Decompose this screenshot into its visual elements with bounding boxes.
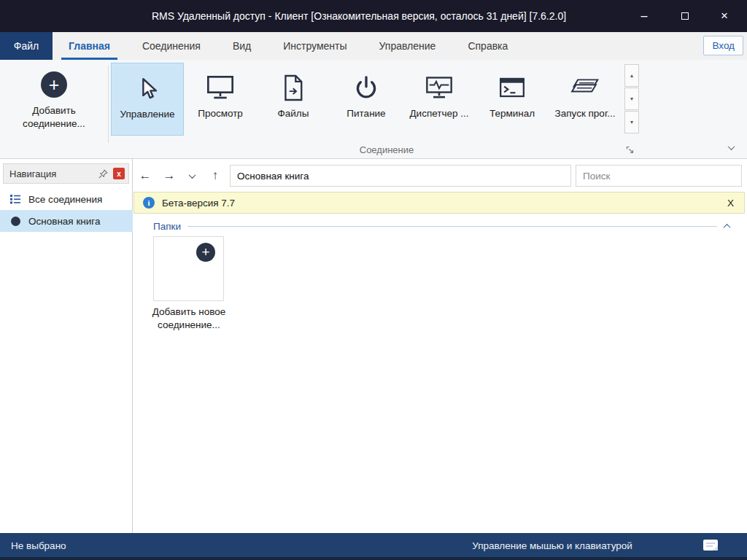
task-monitor-icon: [425, 69, 454, 106]
address-field[interactable]: [230, 165, 571, 187]
info-icon: i: [143, 197, 155, 209]
plus-circle-icon: +: [196, 243, 215, 262]
navigation-panel: Навигация x: [0, 159, 133, 533]
connection-group-buttons: Управление Просмотр Файлы: [111, 63, 622, 136]
maximize-icon: [681, 12, 689, 20]
chevron-down-icon: [188, 171, 196, 179]
sidebar-item-main-book[interactable]: Основная книга: [0, 210, 133, 232]
statusbar: Не выбрано Управление мышью и клавиатуро…: [0, 533, 747, 560]
navigation-close-button[interactable]: x: [113, 168, 125, 179]
ribbon-button-task-manager[interactable]: Диспетчер ...: [403, 63, 476, 136]
notification-bar: i Бета-версия 7.7 X: [133, 192, 745, 214]
minimize-icon: –: [641, 9, 648, 23]
sidebar-item-label: Основная книга: [28, 216, 100, 227]
section-divider: [187, 226, 717, 227]
pin-icon[interactable]: [98, 169, 108, 179]
dialog-launcher-icon[interactable]: [626, 144, 635, 152]
up-button[interactable]: ↑: [206, 165, 225, 187]
add-new-connection-tile-label: Добавить новое соединение...: [141, 306, 237, 331]
notification-message: Бета-версия 7.7: [162, 198, 235, 209]
main-area: Навигация x: [0, 159, 747, 533]
close-icon: ×: [721, 9, 728, 23]
connections-list-icon: [9, 193, 21, 205]
address-book-icon: [9, 217, 21, 226]
ribbon-button-files[interactable]: Файлы: [257, 63, 330, 136]
ribbon-expand-button[interactable]: ▾: [624, 111, 639, 133]
feedback-note-icon[interactable]: [703, 539, 719, 555]
monitor-icon: [206, 69, 235, 106]
selection-status: Не выбрано: [11, 533, 66, 559]
chevron-down-icon: [727, 143, 735, 150]
back-button[interactable]: ←: [136, 165, 155, 187]
cursor-icon: [135, 70, 160, 106]
ribbon-button-label: Питание: [347, 108, 385, 119]
chevron-up-icon: [724, 223, 731, 230]
tab-glavnaya[interactable]: Главная: [53, 32, 126, 60]
ribbon-button-label: Диспетчер ...: [409, 108, 468, 119]
content-area: ← → ↑ i Бета-версия 7.7 X Папки + Добави…: [133, 159, 747, 533]
ribbon-group-label: Соединение: [146, 144, 627, 155]
ribbon-button-run-program[interactable]: Запуск прог...: [549, 63, 622, 136]
window-bottom-edge: [0, 557, 747, 560]
minimize-button[interactable]: –: [627, 0, 661, 32]
ribbon-scroll-up-button[interactable]: ▴: [624, 64, 639, 87]
tab-soedineniya[interactable]: Соединения: [126, 32, 217, 60]
ribbon-button-control[interactable]: Управление: [111, 63, 184, 136]
close-button[interactable]: ×: [708, 0, 741, 32]
navigation-panel-title: Навигация: [9, 168, 98, 179]
search-input[interactable]: [576, 165, 742, 187]
ribbon-button-label: Управление: [120, 109, 174, 120]
navigation-panel-header: Навигация x: [3, 163, 129, 184]
ribbon-collapse-button[interactable]: [725, 141, 737, 153]
ribbon-tab-row: Файл Главная Соединения Вид Инструменты …: [0, 32, 747, 60]
maximize-button[interactable]: [668, 0, 702, 32]
file-menu-button[interactable]: Файл: [0, 32, 53, 60]
ribbon-separator: [108, 66, 109, 143]
ribbon-tabs: Главная Соединения Вид Инструменты Управ…: [53, 32, 524, 60]
ribbon-scroll-column: ▴ ▾ ▾: [624, 64, 639, 134]
tab-instrumenty[interactable]: Инструменты: [267, 32, 363, 60]
history-dropdown-button[interactable]: [182, 165, 201, 187]
tab-vid[interactable]: Вид: [217, 32, 267, 60]
folders-section-header: Папки: [153, 220, 729, 232]
ribbon-scroll-down-button[interactable]: ▾: [624, 88, 639, 110]
ribbon: + Добавить соединение... Управление Прос…: [0, 60, 747, 159]
run-program-icon: [570, 69, 600, 106]
window-title: RMS Удаленный доступ - Клиент [Ознакомит…: [88, 0, 630, 32]
sidebar-item-all-connections[interactable]: Все соединения: [0, 188, 133, 210]
sidebar-item-label: Все соединения: [28, 194, 102, 205]
ribbon-button-label: Файлы: [278, 108, 309, 119]
notification-close-button[interactable]: X: [727, 198, 734, 209]
add-connection-label: Добавить соединение...: [13, 104, 95, 130]
ribbon-button-terminal[interactable]: Терминал: [476, 63, 549, 136]
navigation-items: Все соединения Основная книга: [0, 188, 133, 232]
folders-section-title: Папки: [153, 221, 181, 232]
add-connection-button[interactable]: + Добавить соединение...: [6, 63, 102, 144]
login-button[interactable]: Вход: [703, 36, 743, 55]
power-icon: [353, 69, 379, 106]
file-icon: [282, 69, 305, 106]
section-collapse-button[interactable]: [724, 224, 729, 229]
ribbon-button-power[interactable]: Питание: [330, 63, 403, 136]
tab-spravka[interactable]: Справка: [452, 32, 524, 60]
plus-circle-icon: +: [41, 71, 67, 98]
control-mode-status: Управление мышью и клавиатурой: [438, 533, 667, 559]
terminal-icon: [498, 69, 526, 106]
ribbon-button-label: Запуск прог...: [555, 108, 616, 119]
forward-button[interactable]: →: [160, 165, 179, 187]
ribbon-button-view[interactable]: Просмотр: [184, 63, 257, 136]
tab-upravlenie[interactable]: Управление: [363, 32, 452, 60]
add-new-connection-tile[interactable]: +: [153, 236, 224, 301]
ribbon-button-label: Терминал: [489, 108, 535, 119]
ribbon-button-label: Просмотр: [198, 108, 243, 119]
titlebar: RMS Удаленный доступ - Клиент [Ознакомит…: [0, 0, 747, 32]
